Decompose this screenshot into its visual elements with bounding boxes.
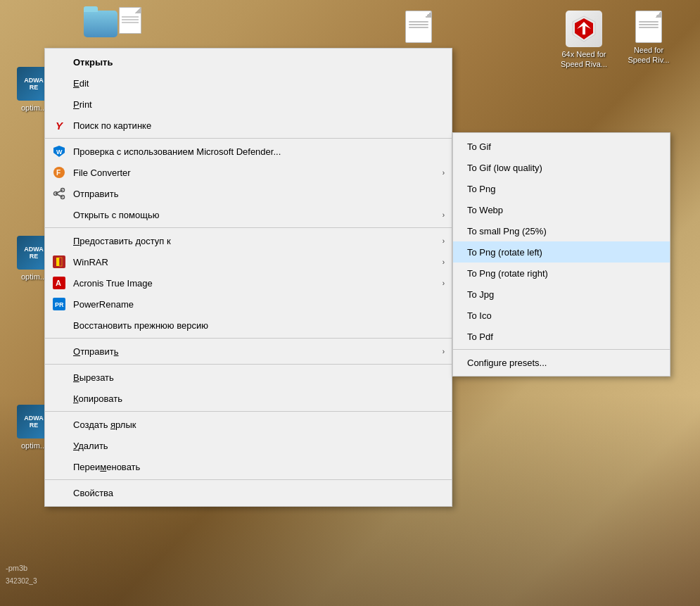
nfs-icon-image-2 (635, 11, 662, 43)
separator-4 (45, 364, 452, 365)
submenu-configure-presets[interactable]: Configure presets... (453, 352, 670, 373)
left-icon-label-3: optim... (21, 441, 46, 450)
menu-item-access[interactable]: Предоставить доступ к › (45, 230, 452, 251)
separator-5 (45, 411, 452, 412)
menu-item-winrar[interactable]: WinRAR › (45, 251, 452, 272)
menu-item-acronis[interactable]: A Acronis True Image › (45, 272, 452, 293)
submenu-to-png[interactable]: To Png (453, 178, 670, 199)
nfs-icon-2[interactable]: Need forSpeed Riv... (624, 11, 673, 65)
submenu-to-gif[interactable]: To Gif (453, 136, 670, 157)
submenu-to-ico[interactable]: To Ico (453, 305, 670, 326)
menu-item-powerrename[interactable]: PR PowerRename (45, 293, 452, 315)
submenu-to-webp[interactable]: To Webp (453, 199, 670, 220)
nfs-icon-label-2: Need forSpeed Riv... (628, 45, 669, 65)
access-arrow: › (443, 237, 445, 245)
submenu-to-png-rotate-left[interactable]: To Png (rotate left) (453, 241, 670, 263)
submenu-to-pdf[interactable]: To Pdf (453, 326, 670, 347)
nfs-icon-label-1: 64x Need for Speed Riva... (556, 49, 612, 70)
menu-item-restore[interactable]: Восстановить прежнюю версию (45, 315, 452, 336)
acronis-icon: A (52, 276, 66, 290)
num342-label: 342302_3 (6, 577, 37, 585)
file-converter-submenu: To Gif To Gif (low quality) To Png To We… (452, 132, 670, 377)
svg-rect-3 (583, 25, 585, 34)
menu-item-defender[interactable]: W Проверка с использованием Microsoft De… (45, 141, 452, 162)
svg-text:W: W (56, 149, 63, 156)
separator-2 (45, 227, 452, 228)
sendto-arrow: › (443, 348, 445, 355)
small-doc-icon-image (119, 7, 141, 34)
separator-1 (45, 138, 452, 139)
left-icon-label-2: optim... (21, 272, 46, 282)
nfs-icon-1[interactable]: 64x Need for Speed Riva... (556, 11, 612, 70)
submenu-to-jpg[interactable]: To Jpg (453, 284, 670, 305)
menu-item-sendto[interactable]: Отправить › (45, 341, 452, 362)
menu-item-print[interactable]: Print (45, 94, 452, 115)
submenu-to-small-png[interactable]: To small Png (25%) (453, 220, 670, 241)
menu-item-fileconverter[interactable]: F File Converter › (45, 162, 452, 183)
submenu-separator-1 (453, 349, 670, 350)
share-icon (52, 187, 66, 201)
svg-rect-14 (56, 258, 59, 266)
svg-text:PR: PR (55, 301, 64, 308)
left-icon-label-1: optim... (21, 103, 46, 113)
submenu-to-gif-low[interactable]: To Gif (low quality) (453, 157, 670, 178)
svg-rect-15 (59, 258, 62, 266)
submenu-to-png-rotate-right[interactable]: To Png (rotate right) (453, 263, 670, 284)
svg-text:A: A (56, 279, 61, 287)
powerrename-icon: PR (52, 297, 66, 311)
menu-item-open[interactable]: Открыть (45, 51, 452, 72)
menu-item-copy[interactable]: Копировать (45, 388, 452, 409)
desktop: ADWARE optim... ADWARE optim... ADWARE o… (0, 0, 700, 606)
menu-item-properties[interactable]: Свойства (45, 482, 452, 503)
fileconverter-icon: F (52, 165, 66, 179)
winrar-arrow: › (443, 258, 445, 266)
fileconverter-arrow: › (443, 169, 445, 177)
doc-icon-image (405, 11, 432, 43)
acronis-arrow: › (443, 279, 445, 287)
context-menu: Открыть Edit Print Y Поиск по картинке W (44, 48, 452, 507)
pm3b-label: -pm3b (6, 564, 27, 572)
menu-item-delete[interactable]: Удалить (45, 435, 452, 456)
menu-item-edit[interactable]: Edit (45, 72, 452, 94)
menu-item-rename[interactable]: Переименовать (45, 456, 452, 477)
small-doc-icon-top[interactable] (109, 7, 151, 34)
defender-icon: W (52, 144, 66, 158)
nfs-icon-image-1 (566, 11, 602, 47)
yandex-icon: Y (52, 118, 66, 132)
separator-6 (45, 479, 452, 480)
svg-text:F: F (56, 169, 61, 177)
menu-item-openwith[interactable]: Открыть с помощью › (45, 204, 452, 225)
menu-item-create-shortcut[interactable]: Создать ярлык (45, 414, 452, 435)
menu-item-share[interactable]: Отправить (45, 183, 452, 204)
menu-item-cut[interactable]: Вырезать (45, 367, 452, 388)
winrar-icon (52, 255, 66, 269)
separator-3 (45, 338, 452, 339)
menu-item-yandex[interactable]: Y Поиск по картинке (45, 115, 452, 136)
openwith-arrow: › (443, 211, 445, 219)
